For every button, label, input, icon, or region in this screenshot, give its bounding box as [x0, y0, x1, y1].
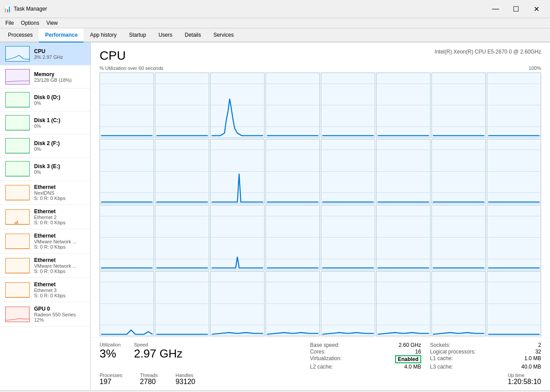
- uptime-label: Up time: [508, 373, 541, 378]
- cpu-cell-13: [376, 139, 431, 204]
- tab-startup[interactable]: Startup: [123, 28, 152, 42]
- main-layout: CPU 3% 2.97 GHz Memory 23/128 GB (18%) D…: [0, 42, 550, 390]
- cpu-cell-3: [265, 73, 320, 138]
- cpu-cell-6: [431, 73, 486, 138]
- eth0-sub2: NextDNS: [34, 190, 85, 196]
- uptime-group: Up time 1:20:58:10: [508, 373, 541, 386]
- detail-sockets: Sockets: 2: [430, 342, 541, 348]
- menu-view[interactable]: View: [43, 18, 62, 28]
- minimize-button[interactable]: —: [485, 3, 506, 15]
- eth4-mini-graph: [5, 282, 30, 298]
- tab-performance[interactable]: Performance: [39, 28, 84, 42]
- gpu0-mini-graph: [5, 307, 30, 322]
- sidebar-item-eth2[interactable]: Ethernet VMware Network ... S: 0 R: 0 Kb…: [0, 229, 90, 254]
- maximize-button[interactable]: ☐: [506, 3, 526, 15]
- eth1-sub: S: 0 R: 0 Kbps: [34, 220, 85, 225]
- eth4-sub2: Ethernet 3: [34, 288, 85, 293]
- cpu-cell-20: [321, 205, 375, 270]
- handles-group: Handles 93120: [176, 373, 196, 386]
- sidebar-item-eth3[interactable]: Ethernet VMware Network ... S: 0 R: 0 Kb…: [0, 254, 90, 278]
- detail-l2-value: 4.0 MB: [404, 364, 421, 370]
- eth2-label: Ethernet: [34, 233, 85, 239]
- content-title: CPU: [100, 49, 126, 63]
- disk0-label: Disk 0 (D:): [34, 94, 85, 100]
- menu-options[interactable]: Options: [17, 18, 42, 28]
- threads-group: Threads 2780: [140, 373, 158, 386]
- sidebar-item-eth1[interactable]: Ethernet Ethernet 2 S: 0 R: 0 Kbps: [0, 205, 90, 229]
- detail-l3: L3 cache: 40.0 MB: [430, 364, 541, 370]
- cpu-cell-0: [100, 73, 154, 138]
- sidebar-item-disk2[interactable]: Disk 2 (F:) 0%: [0, 135, 90, 158]
- utilization-value: 3%: [100, 347, 121, 360]
- sidebar-item-memory[interactable]: Memory 23/128 GB (18%): [0, 65, 90, 88]
- eth1-mini-graph: [5, 209, 30, 225]
- cpu-cell-11: [265, 139, 320, 204]
- cpu-cell-24: [100, 271, 154, 337]
- tab-processes[interactable]: Processes: [2, 28, 39, 42]
- cpu-cell-7: [487, 73, 541, 138]
- disk3-mini-graph: [5, 161, 30, 177]
- memory-label: Memory: [34, 71, 85, 77]
- sidebar-item-disk3[interactable]: Disk 3 (E:) 0%: [0, 158, 90, 181]
- content-area: CPU Intel(R) Xeon(R) CPU E5-2670 0 @ 2.6…: [91, 42, 550, 390]
- memory-sub: 23/128 GB (18%): [34, 77, 85, 83]
- menu-file[interactable]: File: [2, 18, 17, 28]
- eth3-mini-graph: [5, 258, 30, 273]
- speed-value: 2.97 GHz: [134, 347, 183, 360]
- tab-details[interactable]: Details: [178, 28, 207, 42]
- disk1-mini-graph: [5, 115, 30, 131]
- cpu-cell-19: [265, 205, 320, 270]
- content-header: CPU Intel(R) Xeon(R) CPU E5-2670 0 @ 2.6…: [91, 42, 550, 65]
- cpu-cell-10: [210, 139, 265, 204]
- detail-cores-label: Cores:: [310, 349, 325, 355]
- sidebar-item-disk0[interactable]: Disk 0 (D:) 0%: [0, 88, 90, 111]
- cpu-cell-15: [487, 139, 541, 204]
- sidebar-item-eth4[interactable]: Ethernet Ethernet 3 S: 0 R: 0 Kbps: [0, 278, 90, 302]
- processes-value: 197: [100, 378, 122, 386]
- sidebar: CPU 3% 2.97 GHz Memory 23/128 GB (18%) D…: [0, 42, 91, 390]
- detail-logical-label: Logical processors:: [430, 349, 476, 355]
- disk2-mini-graph: [5, 138, 30, 154]
- detail-logical: Logical processors: 32: [430, 349, 541, 355]
- tab-app-history[interactable]: App history: [84, 28, 123, 42]
- cpu-cell-27: [265, 271, 320, 337]
- eth3-label: Ethernet: [34, 257, 85, 263]
- tab-services[interactable]: Services: [207, 28, 240, 42]
- disk1-sub: 0%: [34, 123, 85, 129]
- sidebar-item-gpu0[interactable]: GPU 0 Radeon 550 Series 12%: [0, 302, 90, 327]
- cpu-sub: 3% 2.97 GHz: [34, 54, 85, 60]
- detail-basespeed-label: Base speed:: [310, 342, 339, 348]
- cpu-cell-2: [210, 73, 265, 138]
- gpu0-sub2: Radeon 550 Series: [34, 312, 85, 317]
- detail-logical-value: 32: [535, 349, 541, 355]
- cpu-cell-8: [100, 139, 154, 204]
- detail-virt-value: Enabled: [395, 355, 421, 363]
- sidebar-item-disk1[interactable]: Disk 1 (C:) 0%: [0, 111, 90, 135]
- cpu-cell-1: [155, 73, 209, 138]
- tab-users[interactable]: Users: [152, 28, 178, 42]
- cpu-cell-9: [155, 139, 209, 204]
- disk2-sub: 0%: [34, 146, 85, 152]
- sidebar-item-cpu[interactable]: CPU 3% 2.97 GHz: [0, 42, 90, 65]
- window-title: Task Manager: [14, 6, 47, 12]
- cpu-cell-30: [431, 271, 486, 337]
- cpu-cell-5: [376, 73, 431, 138]
- eth2-sub: S: 0 R: 0 Kbps: [34, 244, 85, 250]
- close-button[interactable]: ✕: [526, 3, 546, 15]
- detail-l2: L2 cache: 4.0 MB: [310, 364, 421, 370]
- sidebar-item-eth0[interactable]: Ethernet NextDNS S: 0 R: 0 Kbps: [0, 181, 90, 205]
- cpu-label: CPU: [34, 48, 85, 54]
- eth0-mini-graph: [5, 185, 30, 200]
- detail-basespeed-value: 2.60 GHz: [399, 342, 421, 348]
- cpu-cell-12: [321, 139, 375, 204]
- stats-section: Utilization 3% Speed 2.97 GHz Base speed…: [91, 337, 550, 390]
- speed-group: Speed 2.97 GHz: [134, 342, 183, 360]
- detail-l1: L1 cache: 1.0 MB: [430, 355, 541, 363]
- disk3-label: Disk 3 (E:): [34, 163, 85, 169]
- content-subtitle: Intel(R) Xeon(R) CPU E5-2670 0 @ 2.60GHz: [435, 49, 541, 55]
- eth4-sub: S: 0 R: 0 Kbps: [34, 293, 85, 298]
- detail-cores-value: 16: [415, 349, 421, 355]
- window-controls: — ☐ ✕: [485, 3, 546, 15]
- detail-virt: Virtualization: Enabled: [310, 355, 421, 363]
- detail-basespeed: Base speed: 2.60 GHz: [310, 342, 421, 348]
